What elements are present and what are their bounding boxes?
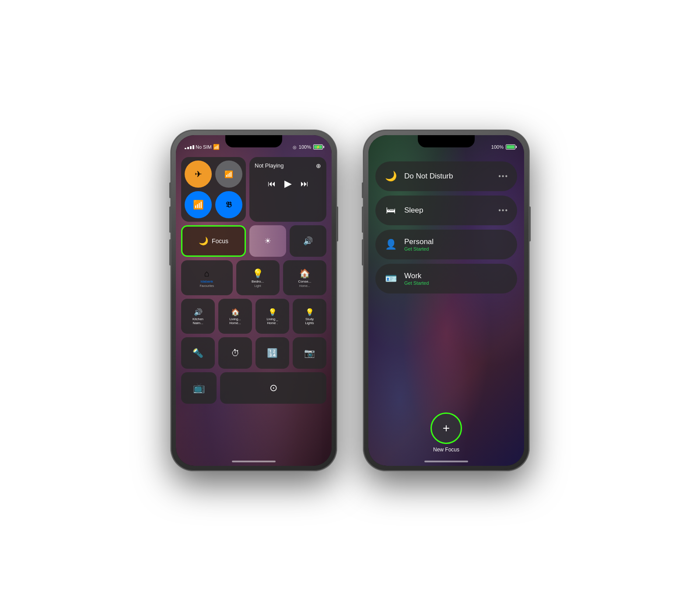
signal-bars <box>185 145 194 149</box>
phone-2: 100% 🌙 Do Not Disturb ••• <box>363 130 529 471</box>
shazam-button[interactable]: ⊙ <box>220 372 326 404</box>
dnd-text: Do Not Disturb <box>404 172 491 181</box>
connectivity-block: ✈ 📶 📶 𝔅 <box>181 157 246 222</box>
study-lights-name: StudyLights <box>305 317 314 325</box>
location-icon: ◎ <box>293 145 297 150</box>
airplane-mode-button[interactable]: ✈ <box>185 161 212 188</box>
timer-icon: ⏱ <box>231 348 240 358</box>
airplay-icon[interactable]: ⊕ <box>316 162 321 169</box>
signal-dot-1 <box>185 148 186 149</box>
power-button[interactable] <box>336 206 338 241</box>
living-home1-name: Living...Home... <box>229 317 241 325</box>
volume-down-button[interactable] <box>169 239 171 266</box>
media-controls: ⏮ ▶ ⏭ <box>255 178 321 189</box>
flashlight-icon: 🔦 <box>192 348 203 358</box>
battery-icon-2 <box>506 144 515 150</box>
home-tile-bedroom[interactable]: 💡 Bedro... Light <box>236 260 280 295</box>
phone1-screen: No SIM 📶 ◎ 100% ⚡ <box>176 135 332 466</box>
carrier-label: No SIM <box>196 144 212 150</box>
media-player-block: Not Playing ⊕ ⏮ ▶ ⏭ <box>249 157 326 222</box>
mute-button-2[interactable] <box>362 182 364 198</box>
focus-button[interactable]: 🌙 Focus <box>181 225 246 257</box>
signal-dot-4 <box>192 145 194 149</box>
volume-icon: 🔊 <box>303 236 313 246</box>
new-focus-label: New Focus <box>433 447 459 453</box>
volume-up-button[interactable] <box>169 206 171 233</box>
home-indicator-2[interactable] <box>424 461 468 462</box>
signal-dot-3 <box>190 146 192 149</box>
personal-text: Personal Get Started <box>404 238 508 252</box>
console-sub: Home... <box>299 284 310 287</box>
bluetooth-icon: 𝔅 <box>226 200 232 210</box>
mute-button[interactable] <box>169 182 171 198</box>
control-center-content: ✈ 📶 📶 𝔅 <box>181 157 326 457</box>
shazam-icon: ⊙ <box>270 382 277 394</box>
focus-item-work[interactable]: 🪪 Work Get Started <box>375 264 517 294</box>
calculator-button[interactable]: 🔢 <box>256 337 289 369</box>
sleep-icon: 🛏 <box>384 205 397 216</box>
cc-row2: 🌙 Focus ☀ 🔊 <box>181 225 326 257</box>
cc-row3: ⌂ Idabank Favourites 💡 Bedro... Light 🏠 … <box>181 260 326 295</box>
airplane-icon: ✈ <box>195 169 202 179</box>
personal-subtitle: Get Started <box>404 246 508 252</box>
sleep-text: Sleep <box>404 206 491 215</box>
volume-block[interactable]: 🔊 <box>290 225 326 257</box>
volume-down-button-2[interactable] <box>362 239 364 266</box>
cellular-button[interactable]: 📶 <box>215 161 242 188</box>
focus-menu: 🌙 Do Not Disturb ••• 🛏 Sleep ••• <box>375 161 517 453</box>
signal-dot-2 <box>187 147 189 149</box>
cellular-icon: 📶 <box>224 170 233 178</box>
tile-study-lights[interactable]: 💡 StudyLights <box>293 299 326 334</box>
timer-button[interactable]: ⏱ <box>218 337 252 369</box>
kitchen-name: KitchenNaim... <box>192 317 203 325</box>
home-icon: ⌂ <box>204 269 210 279</box>
rewind-button[interactable]: ⏮ <box>268 179 276 189</box>
wifi-icon: 📶 <box>213 144 220 150</box>
calculator-icon: 🔢 <box>267 348 278 358</box>
living-home2-icon: 💡 <box>268 308 277 316</box>
focus-item-personal[interactable]: 👤 Personal Get Started <box>375 230 517 259</box>
camera-button[interactable]: 📷 <box>293 337 326 369</box>
bedroom-icon: 💡 <box>252 268 263 279</box>
battery-fill-2 <box>507 145 514 149</box>
tile-living-home1[interactable]: 🏠 Living...Home... <box>218 299 252 334</box>
media-title: Not Playing <box>255 162 284 169</box>
focus-spacer <box>375 298 517 408</box>
new-focus-button[interactable]: + <box>430 412 462 444</box>
status-right-2: 100% <box>491 144 515 150</box>
personal-icon: 👤 <box>384 239 397 250</box>
dnd-more-icon[interactable]: ••• <box>498 172 508 180</box>
focus-moon-icon: 🌙 <box>199 236 208 246</box>
flashlight-button[interactable]: 🔦 <box>181 337 215 369</box>
work-icon: 🪪 <box>384 273 397 284</box>
play-button[interactable]: ▶ <box>284 178 292 189</box>
kitchen-icon: 🔊 <box>194 308 203 316</box>
personal-title: Personal <box>404 238 508 246</box>
tile-kitchen[interactable]: 🔊 KitchenNaim... <box>181 299 215 334</box>
bluetooth-button[interactable]: 𝔅 <box>215 191 242 218</box>
idabank-sub: Favourites <box>200 284 214 287</box>
phones-container: No SIM 📶 ◎ 100% ⚡ <box>171 130 529 471</box>
fastforward-button[interactable]: ⏭ <box>301 179 308 189</box>
home-tile-idabank[interactable]: ⌂ Idabank Favourites <box>181 260 233 295</box>
tv-remote-icon: 📺 <box>193 382 205 394</box>
brightness-block[interactable]: ☀ <box>249 225 286 257</box>
battery-percent-2: 100% <box>491 144 504 150</box>
focus-item-dnd[interactable]: 🌙 Do Not Disturb ••• <box>375 161 517 191</box>
focus-item-sleep[interactable]: 🛏 Sleep ••• <box>375 196 517 225</box>
console-name: Conse... <box>298 280 311 283</box>
tv-remote-button[interactable]: 📺 <box>181 372 217 404</box>
wifi-button[interactable]: 📶 <box>185 191 212 218</box>
home-tile-console[interactable]: 🏠 Conse... Home... <box>283 260 326 295</box>
dnd-icon: 🌙 <box>384 171 397 182</box>
new-focus-plus-icon: + <box>443 422 450 434</box>
tile-living-home2[interactable]: 💡 Living _Home . <box>256 299 289 334</box>
lightning-icon: ⚡ <box>316 145 320 149</box>
sleep-more-icon[interactable]: ••• <box>498 206 508 214</box>
home-indicator-1[interactable] <box>232 461 276 462</box>
volume-up-button-2[interactable] <box>362 206 364 233</box>
battery-icon: ⚡ <box>313 144 323 150</box>
work-title: Work <box>404 272 508 280</box>
work-text: Work Get Started <box>404 272 508 286</box>
power-button-2[interactable] <box>529 206 531 241</box>
